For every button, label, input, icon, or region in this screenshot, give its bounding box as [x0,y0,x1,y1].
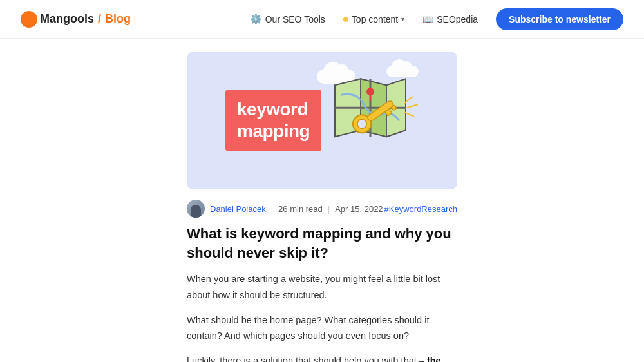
author-avatar [187,200,205,218]
meta-sep-2: | [328,204,330,214]
nav-seopedia-label: SEOpedia [437,14,478,24]
logo-icon [21,11,37,28]
book-icon: 📖 [422,14,433,24]
map-illustration [316,66,419,165]
logo-slash: / [98,12,101,26]
nav-seo-tools[interactable]: ⚙️ Our SEO Tools [250,14,325,25]
article-paragraph-2: What should be the home page? What categ… [187,312,457,344]
publish-date: Apr 15, 2022 [335,204,383,214]
nav-seopedia[interactable]: 📖 SEOpedia [422,14,478,24]
logo-brand: Mangools [40,12,94,26]
main-nav: ⚙️ Our SEO Tools Top content ▾ 📖 SEOpedi… [250,8,623,30]
hero-badge-line1: Keyword [237,99,310,120]
article-paragraph-3: Luckily, there is a solution that should… [187,353,457,362]
article-p3-start: Luckily, there is a solution that should… [187,356,424,362]
article: Keyword mapping [187,52,457,362]
article-paragraph-1: When you are starting a website, you mig… [187,271,457,303]
dot-icon [343,17,348,22]
meta-sep-1: | [271,204,273,214]
hero-badge-line2: mapping [237,120,310,142]
chevron-down-icon: ▾ [401,15,404,23]
hero-image: Keyword mapping [187,52,457,189]
tag-link[interactable]: #KeywordResearch [384,204,457,214]
nav-top-content-label: Top content [352,14,398,24]
logo[interactable]: Mangools / Blog [21,11,131,28]
article-body: When you are starting a website, you mig… [187,271,457,362]
main-content: Keyword mapping [0,39,644,362]
article-title: What is keyword mapping and why you shou… [187,224,457,262]
article-meta: Daniel Polacek | 26 min read | Apr 15, 2… [187,200,457,218]
nav-seo-tools-label: Our SEO Tools [265,14,325,24]
site-header: Mangools / Blog ⚙️ Our SEO Tools Top con… [0,0,644,39]
hero-badge: Keyword mapping [225,90,321,151]
meta-left: Daniel Polacek | 26 min read | Apr 15, 2… [187,200,383,218]
svg-line-15 [407,104,417,108]
author-name[interactable]: Daniel Polacek [210,204,266,214]
gear-icon: ⚙️ [250,14,262,25]
read-time: 26 min read [278,204,323,214]
subscribe-button[interactable]: Subscribe to newsletter [496,8,623,30]
svg-point-5 [366,88,374,95]
nav-top-content[interactable]: Top content ▾ [343,14,404,24]
logo-blog: Blog [105,12,131,26]
